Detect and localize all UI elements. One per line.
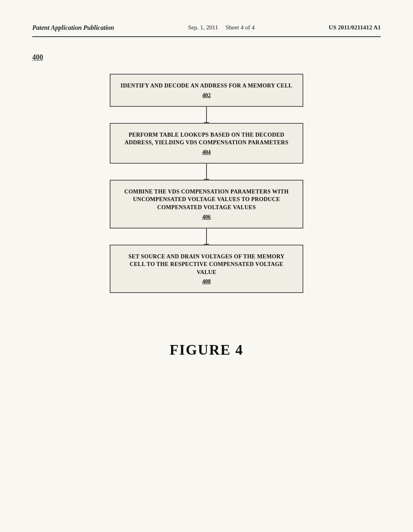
patent-page: Patent Application Publication Sep. 1, 2… — [0, 0, 413, 532]
flow-box-402-text: IDENTIFY AND DECODE AN ADDRESS FOR A MEM… — [120, 82, 293, 90]
figure-caption: FIGURE 4 — [32, 341, 381, 358]
header-date: Sep. 1, 2011 — [188, 24, 218, 31]
flow-box-408-number: 408 — [120, 278, 293, 285]
header-publication-label: Patent Application Publication — [32, 24, 114, 31]
flow-box-404-number: 404 — [120, 149, 293, 156]
flow-box-402: IDENTIFY AND DECODE AN ADDRESS FOR A MEM… — [110, 74, 303, 107]
page-header: Patent Application Publication Sep. 1, 2… — [32, 24, 381, 37]
flow-box-402-number: 402 — [120, 92, 293, 99]
arrow-1 — [206, 107, 207, 123]
header-patent-number: US 2011/0211412 A1 — [329, 24, 381, 31]
flow-box-406: COMBINE THE VDS COMPENSATION PARAMETERS … — [110, 180, 303, 229]
arrow-3 — [206, 229, 207, 245]
flow-box-406-number: 406 — [120, 214, 293, 220]
flow-box-404: PERFORM TABLE LOOKUPS BASED ON THE DECOD… — [110, 123, 303, 164]
header-date-sheet: Sep. 1, 2011 Sheet 4 of 4 — [188, 24, 254, 31]
flow-box-408-text: SET SOURCE AND DRAIN VOLTAGES OF THE MEM… — [120, 253, 293, 276]
header-sheet: Sheet 4 of 4 — [225, 24, 254, 31]
flowchart: IDENTIFY AND DECODE AN ADDRESS FOR A MEM… — [32, 74, 381, 293]
flow-box-406-text: COMBINE THE VDS COMPENSATION PARAMETERS … — [120, 188, 293, 212]
flow-box-408: SET SOURCE AND DRAIN VOLTAGES OF THE MEM… — [110, 245, 303, 293]
flow-box-404-text: PERFORM TABLE LOOKUPS BASED ON THE DECOD… — [120, 131, 293, 147]
arrow-2 — [206, 164, 207, 180]
figure-label: 400 — [32, 53, 381, 62]
